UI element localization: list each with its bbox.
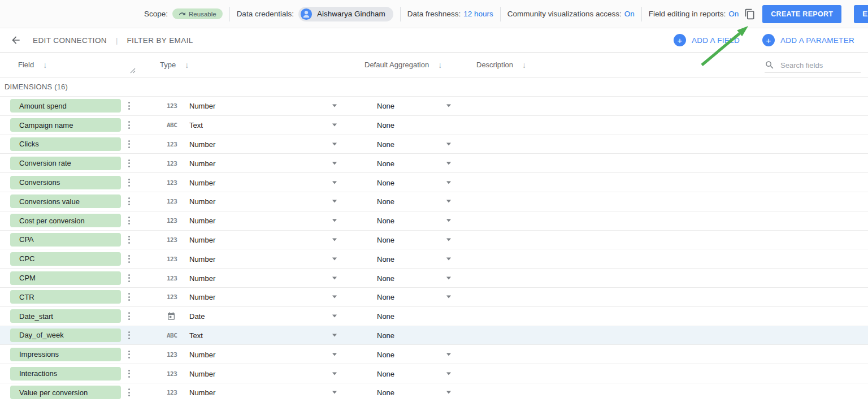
field-name-pill[interactable]: Conversion rate bbox=[10, 157, 121, 170]
aggregation-dropdown-arrow[interactable] bbox=[446, 296, 451, 299]
type-dropdown-arrow[interactable] bbox=[332, 315, 337, 318]
field-type-value[interactable]: Number bbox=[189, 102, 215, 110]
credentials-chip[interactable]: Aishwarya Gindham bbox=[298, 7, 393, 21]
type-dropdown-arrow[interactable] bbox=[332, 162, 337, 165]
community-viz-value[interactable]: On bbox=[624, 10, 635, 18]
aggregation-dropdown-arrow[interactable] bbox=[446, 372, 451, 375]
field-aggregation-value[interactable]: None bbox=[377, 197, 394, 206]
field-menu-button[interactable] bbox=[127, 368, 132, 379]
field-type-value[interactable]: Number bbox=[189, 217, 215, 225]
aggregation-dropdown-arrow[interactable] bbox=[446, 181, 451, 184]
field-name-pill[interactable]: Amount spend bbox=[10, 99, 121, 113]
edit-connection-button[interactable]: EDIT CONNECTION bbox=[33, 36, 107, 45]
field-menu-button[interactable] bbox=[127, 196, 132, 207]
field-aggregation-value[interactable]: None bbox=[377, 140, 394, 148]
type-dropdown-arrow[interactable] bbox=[332, 391, 337, 394]
explore-button[interactable]: EXPLORE bbox=[854, 5, 868, 23]
field-aggregation-value[interactable]: None bbox=[377, 274, 394, 282]
field-aggregation-value[interactable]: None bbox=[377, 331, 394, 339]
field-menu-button[interactable] bbox=[127, 273, 132, 284]
field-menu-button[interactable] bbox=[127, 158, 132, 169]
field-type-value[interactable]: Number bbox=[189, 274, 215, 282]
field-aggregation-value[interactable]: None bbox=[377, 388, 394, 397]
field-name-pill[interactable]: Value per conversion bbox=[10, 386, 121, 399]
aggregation-dropdown-arrow[interactable] bbox=[446, 257, 451, 260]
field-name-pill[interactable]: CTR bbox=[10, 290, 121, 304]
type-dropdown-arrow[interactable] bbox=[332, 276, 337, 279]
field-name-pill[interactable]: Clicks bbox=[10, 137, 121, 151]
field-aggregation-value[interactable]: None bbox=[377, 235, 394, 244]
field-name-pill[interactable]: CPM bbox=[10, 271, 121, 285]
field-aggregation-value[interactable]: None bbox=[377, 217, 394, 225]
field-aggregation-value[interactable]: None bbox=[377, 293, 394, 301]
type-dropdown-arrow[interactable] bbox=[332, 334, 337, 336]
type-dropdown-arrow[interactable] bbox=[332, 181, 337, 184]
field-type-value[interactable]: Text bbox=[189, 331, 203, 339]
field-type-value[interactable]: Number bbox=[189, 254, 215, 263]
aggregation-dropdown-arrow[interactable] bbox=[446, 219, 451, 222]
field-type-value[interactable]: Number bbox=[189, 140, 215, 148]
field-type-value[interactable]: Number bbox=[189, 178, 215, 187]
field-menu-button[interactable] bbox=[127, 253, 132, 265]
field-name-pill[interactable]: Interactions bbox=[10, 367, 121, 381]
field-menu-button[interactable] bbox=[127, 387, 132, 398]
field-menu-button[interactable] bbox=[127, 215, 132, 226]
field-type-value[interactable]: Number bbox=[189, 159, 215, 167]
field-name-pill[interactable]: Conversions bbox=[10, 176, 121, 189]
field-name-pill[interactable]: Conversions value bbox=[10, 194, 121, 208]
type-dropdown-arrow[interactable] bbox=[332, 238, 337, 241]
aggregation-dropdown-arrow[interactable] bbox=[446, 105, 451, 107]
type-dropdown-arrow[interactable] bbox=[332, 105, 337, 107]
copy-icon[interactable] bbox=[744, 8, 756, 20]
sort-arrow-field[interactable]: ↓ bbox=[43, 60, 47, 70]
field-menu-button[interactable] bbox=[127, 100, 132, 111]
field-name-pill[interactable]: Date_start bbox=[10, 309, 121, 323]
field-type-value[interactable]: Number bbox=[189, 369, 215, 378]
type-dropdown-arrow[interactable] bbox=[332, 200, 337, 203]
aggregation-dropdown-arrow[interactable] bbox=[446, 200, 451, 203]
field-type-value[interactable]: Date bbox=[189, 312, 205, 321]
field-type-value[interactable]: Number bbox=[189, 293, 215, 301]
type-dropdown-arrow[interactable] bbox=[332, 372, 337, 375]
sort-arrow-description[interactable]: ↓ bbox=[522, 60, 526, 70]
type-dropdown-arrow[interactable] bbox=[332, 219, 337, 222]
type-dropdown-arrow[interactable] bbox=[332, 257, 337, 260]
field-editing-value[interactable]: On bbox=[728, 10, 739, 18]
field-name-pill[interactable]: Day_of_week bbox=[10, 328, 121, 342]
add-parameter-button[interactable]: + ADD A PARAMETER bbox=[762, 34, 854, 46]
field-type-value[interactable]: Text bbox=[189, 121, 203, 129]
field-menu-button[interactable] bbox=[127, 177, 132, 188]
column-resize-handle[interactable] bbox=[130, 66, 136, 76]
field-aggregation-value[interactable]: None bbox=[377, 178, 394, 187]
scope-chip[interactable]: Reusable bbox=[172, 8, 223, 19]
field-aggregation-value[interactable]: None bbox=[377, 159, 394, 167]
sort-arrow-type[interactable]: ↓ bbox=[185, 60, 189, 70]
type-dropdown-arrow[interactable] bbox=[332, 296, 337, 299]
field-name-pill[interactable]: Cost per conversion bbox=[10, 214, 121, 227]
field-menu-button[interactable] bbox=[127, 291, 132, 302]
field-name-pill[interactable]: Impressions bbox=[10, 348, 121, 361]
type-dropdown-arrow[interactable] bbox=[332, 353, 337, 356]
aggregation-dropdown-arrow[interactable] bbox=[446, 391, 451, 394]
create-report-button[interactable]: CREATE REPORT bbox=[762, 5, 841, 23]
sort-arrow-aggregation[interactable]: ↓ bbox=[438, 60, 442, 70]
field-aggregation-value[interactable]: None bbox=[377, 121, 394, 129]
aggregation-dropdown-arrow[interactable] bbox=[446, 142, 451, 145]
aggregation-dropdown-arrow[interactable] bbox=[446, 353, 451, 356]
field-menu-button[interactable] bbox=[127, 349, 132, 360]
field-name-pill[interactable]: Campaign name bbox=[10, 118, 121, 132]
back-arrow-icon[interactable] bbox=[10, 34, 21, 46]
field-menu-button[interactable] bbox=[127, 330, 132, 341]
field-aggregation-value[interactable]: None bbox=[377, 254, 394, 263]
add-field-button[interactable]: + ADD A FIELD bbox=[674, 34, 740, 46]
aggregation-dropdown-arrow[interactable] bbox=[446, 238, 451, 241]
field-name-pill[interactable]: CPA bbox=[10, 233, 121, 247]
type-dropdown-arrow[interactable] bbox=[332, 124, 337, 127]
search-fields-input[interactable] bbox=[780, 61, 854, 70]
field-aggregation-value[interactable]: None bbox=[377, 102, 394, 110]
field-aggregation-value[interactable]: None bbox=[377, 369, 394, 378]
field-type-value[interactable]: Number bbox=[189, 388, 215, 397]
field-name-pill[interactable]: CPC bbox=[10, 252, 121, 266]
field-type-value[interactable]: Number bbox=[189, 235, 215, 244]
filter-by-email-button[interactable]: FILTER BY EMAIL bbox=[127, 36, 193, 45]
